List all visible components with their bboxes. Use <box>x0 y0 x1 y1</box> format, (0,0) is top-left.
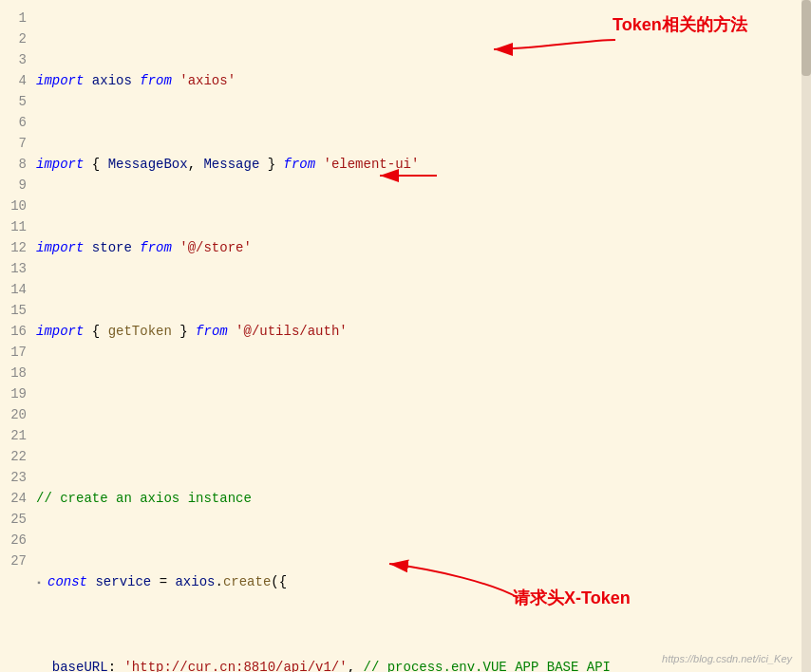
ln-20: 20 <box>6 404 27 425</box>
ln-3: 3 <box>6 49 27 70</box>
code-line-3: import store from '@/store' <box>36 237 811 258</box>
ln-24: 24 <box>6 488 27 509</box>
ln-22: 22 <box>6 446 27 467</box>
line-numbers: 1 2 3 4 5 6 7 8 9 10 11 12 13 14 15 16 1… <box>0 8 36 672</box>
ln-5: 5 <box>6 91 27 112</box>
code-line-1: import axios from 'axios' <box>36 70 811 91</box>
ln-10: 10 <box>6 196 27 216</box>
scrollbar-thumb[interactable] <box>802 0 811 76</box>
ln-9: 9 <box>6 175 27 196</box>
ln-19: 19 <box>6 383 27 404</box>
code-area: 1 2 3 4 5 6 7 8 9 10 11 12 13 14 15 16 1… <box>0 0 811 672</box>
ln-2: 2 <box>6 28 27 49</box>
code-line-7: ▪const service = axios.create({ <box>36 571 811 594</box>
code-line-4: import { getToken } from '@/utils/auth' <box>36 321 811 342</box>
code-line-5 <box>36 404 811 425</box>
ln-15: 15 <box>6 300 27 321</box>
code-line-2: import { MessageBox, Message } from 'ele… <box>36 154 811 175</box>
ln-14: 14 <box>6 279 27 300</box>
ln-6: 6 <box>6 112 27 133</box>
code-content: import axios from 'axios' import { Messa… <box>36 8 811 672</box>
code-line-6: // create an axios instance <box>36 488 811 509</box>
scrollbar[interactable] <box>802 0 811 672</box>
ln-21: 21 <box>6 425 27 446</box>
ln-4: 4 <box>6 70 27 91</box>
ln-26: 26 <box>6 530 27 551</box>
ln-12: 12 <box>6 237 27 258</box>
ln-11: 11 <box>6 216 27 237</box>
ln-27: 27 <box>6 551 27 571</box>
ln-25: 25 <box>6 509 27 530</box>
ln-18: 18 <box>6 363 27 383</box>
ln-23: 23 <box>6 467 27 488</box>
watermark: https://blog.csdn.net/ici_Key <box>662 653 792 664</box>
ln-1: 1 <box>6 8 27 28</box>
ln-8: 8 <box>6 154 27 175</box>
ln-7: 7 <box>6 133 27 154</box>
ln-13: 13 <box>6 258 27 279</box>
ln-16: 16 <box>6 321 27 342</box>
code-editor: 1 2 3 4 5 6 7 8 9 10 11 12 13 14 15 16 1… <box>0 0 811 672</box>
ln-17: 17 <box>6 342 27 363</box>
